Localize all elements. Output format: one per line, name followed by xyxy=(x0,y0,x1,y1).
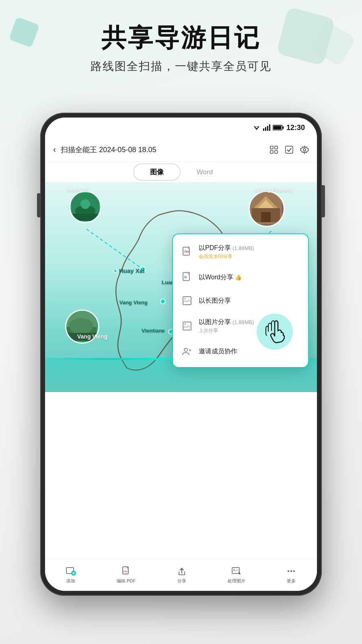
svg-rect-5 xyxy=(269,124,270,131)
svg-point-55 xyxy=(290,570,292,572)
select-icon[interactable] xyxy=(285,145,294,154)
label-vientiane-map: Vientiane xyxy=(142,328,165,334)
pdf-icon xyxy=(181,246,193,258)
edit-pdf-icon: PDF xyxy=(121,566,132,576)
label-luangprabang-top: Luang Prabang xyxy=(255,187,293,193)
pdf-sub: 会员无水印分享 xyxy=(199,253,300,260)
nav-edit-pdf[interactable]: PDF 编辑 PDF xyxy=(117,566,136,584)
settings-icon[interactable] xyxy=(300,145,309,154)
image-icon xyxy=(181,320,193,332)
wifi-icon xyxy=(253,124,261,131)
tab-word[interactable]: Word xyxy=(181,165,229,180)
side-button-right xyxy=(322,185,325,217)
nav-more-label: 更多 xyxy=(287,578,296,584)
long-img-icon-svg xyxy=(182,295,192,306)
svg-point-46 xyxy=(184,348,187,351)
nav-add[interactable]: 添加 xyxy=(66,566,76,584)
nav-add-label: 添加 xyxy=(66,578,75,584)
grid-icon[interactable] xyxy=(269,145,278,154)
tab-image[interactable]: 图像 xyxy=(133,163,181,181)
label-vangvieng-map: Vang Vieng xyxy=(119,299,148,305)
svg-point-42 xyxy=(184,298,186,299)
svg-rect-29 xyxy=(261,212,271,222)
bottom-nav: 添加 PDF 编辑 PDF 分享 xyxy=(45,559,317,591)
svg-rect-11 xyxy=(270,151,273,153)
svg-text:W: W xyxy=(184,276,187,279)
share-pdf-text: 以PDF分享(1.88MB) 会员无水印分享 xyxy=(199,244,300,260)
app-header: ‹ 扫描全能王 2024-05-08 18.05 xyxy=(45,138,317,162)
thumb-icon: 👍 xyxy=(235,274,242,281)
nav-more[interactable]: 更多 xyxy=(286,566,296,584)
img-icon-svg xyxy=(182,321,192,331)
word-icon-svg: W xyxy=(182,272,192,283)
image-size: (1.88MB) xyxy=(232,319,254,325)
svg-rect-7 xyxy=(282,126,284,129)
more-icon xyxy=(286,566,296,576)
huayxai-photo-img xyxy=(71,193,99,221)
status-bar: 12:30 xyxy=(45,118,317,138)
svg-rect-3 xyxy=(265,127,266,131)
app-header-title: 扫描全能王 2024-05-08 18.05 xyxy=(61,145,265,155)
share-long-image-main: 以长图分享 xyxy=(199,297,300,305)
add-icon xyxy=(66,566,76,576)
sub-title: 路线图全扫描，一键共享全员可见 xyxy=(0,59,362,74)
svg-point-14 xyxy=(303,149,306,151)
share-word-main: 以Word分享 👍 xyxy=(199,273,300,282)
status-time: 12:30 xyxy=(286,124,305,132)
hand-svg xyxy=(264,320,286,344)
tabs-bar: 图像 Word xyxy=(45,162,317,183)
share-icon xyxy=(177,566,187,576)
label-vangvieng-bottom: Vang Vieng xyxy=(77,333,107,340)
svg-rect-2 xyxy=(263,128,264,131)
phone-device: 12:30 ‹ 扫描全能王 2024-05-08 18.05 xyxy=(40,113,322,596)
process-image-icon xyxy=(231,566,242,576)
hand-circle xyxy=(257,314,293,350)
label-huayxai-top: Huay Xai xyxy=(67,187,89,193)
svg-point-32 xyxy=(69,318,93,334)
share-word-item[interactable]: W 以Word分享 👍 xyxy=(173,266,308,289)
long-image-icon xyxy=(181,295,193,307)
battery-icon xyxy=(273,125,284,130)
label-huayxai-map: Huay Xai xyxy=(113,267,144,274)
nav-process-image[interactable]: 处理图片 xyxy=(228,566,245,584)
share-pdf-main: 以PDF分享(1.88MB) xyxy=(199,244,300,252)
svg-rect-10 xyxy=(275,146,278,149)
nav-process-image-label: 处理图片 xyxy=(228,578,245,584)
svg-point-19 xyxy=(160,299,165,304)
header-section: 共享导游日记 路线图全扫描，一键共享全员可见 xyxy=(0,24,362,74)
back-button[interactable]: ‹ xyxy=(53,144,56,155)
phone-screen: 12:30 ‹ 扫描全能王 2024-05-08 18.05 xyxy=(45,118,317,591)
word-icon: W xyxy=(181,271,193,283)
svg-rect-45 xyxy=(188,326,191,329)
main-title: 共享导游日记 xyxy=(0,24,362,52)
map-content: Huay Xai Luang Prabang Huay Xai Luang Pr… xyxy=(45,183,317,392)
side-button-left xyxy=(37,193,40,217)
share-word-text: 以Word分享 👍 xyxy=(199,273,300,282)
svg-point-57 xyxy=(293,570,295,572)
pdf-icon-svg xyxy=(182,247,192,257)
signal-icon xyxy=(263,124,270,131)
nav-share[interactable]: 分享 xyxy=(177,566,187,584)
photo-luangprabang xyxy=(249,191,285,227)
cursor-hand xyxy=(255,312,295,352)
photo-huayxai xyxy=(69,191,101,223)
svg-point-23 xyxy=(80,199,90,209)
svg-text:PDF: PDF xyxy=(123,570,128,573)
share-long-image-item[interactable]: 以长图分享 xyxy=(173,289,308,312)
svg-rect-9 xyxy=(270,146,273,149)
svg-line-15 xyxy=(86,229,143,269)
svg-rect-4 xyxy=(267,126,268,131)
people-icon xyxy=(181,345,193,357)
nav-edit-pdf-label: 编辑 PDF xyxy=(117,578,136,584)
nav-share-label: 分享 xyxy=(177,578,186,584)
header-icons xyxy=(269,145,309,154)
svg-rect-12 xyxy=(275,151,278,153)
luangprabang-photo-img xyxy=(250,192,282,224)
status-icons: 12:30 xyxy=(253,124,305,132)
phone-outer: 12:30 ‹ 扫描全能王 2024-05-08 18.05 xyxy=(40,113,322,596)
svg-rect-8 xyxy=(273,126,281,130)
svg-rect-13 xyxy=(286,146,293,153)
people-icon-svg xyxy=(182,346,192,357)
share-pdf-item[interactable]: 以PDF分享(1.88MB) 会员无水印分享 xyxy=(173,238,308,266)
svg-point-44 xyxy=(184,323,186,325)
